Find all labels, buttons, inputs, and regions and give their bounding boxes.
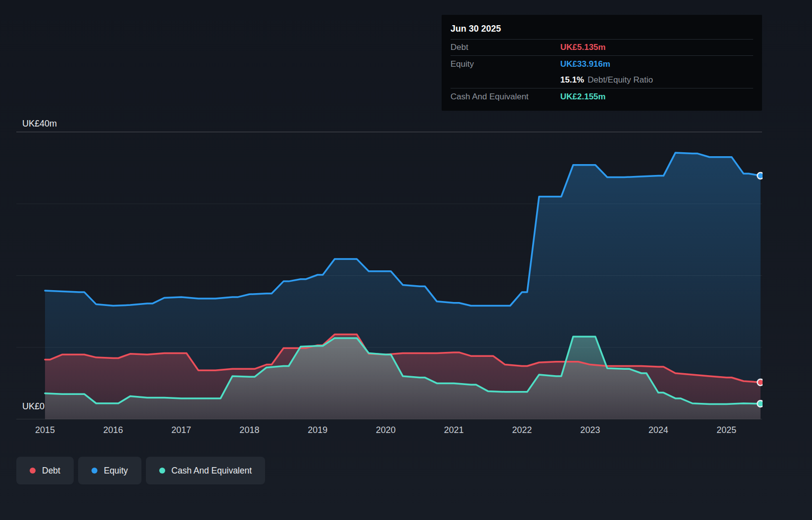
- x-tick-2015: 2015: [35, 425, 55, 435]
- tooltip-row-cash: Cash And Equivalent UK£2.155m: [451, 88, 753, 105]
- tooltip-cash-label: Cash And Equivalent: [451, 92, 560, 102]
- tooltip-ratio-label: Debt/Equity Ratio: [587, 75, 653, 85]
- x-tick-2017: 2017: [172, 425, 191, 435]
- debt-legend-dot: [30, 468, 36, 474]
- legend-item-equity[interactable]: Equity: [78, 457, 141, 484]
- tooltip-ratio-value: 15.1%: [560, 75, 584, 85]
- legend-debt-label: Debt: [42, 466, 60, 476]
- tooltip-date: Jun 30 2025: [451, 20, 753, 40]
- tooltip-row-equity: Equity UK£33.916m: [451, 56, 753, 72]
- tooltip-row-debt: Debt UK£5.135m: [451, 40, 753, 56]
- x-tick-2022: 2022: [512, 425, 532, 435]
- x-tick-2018: 2018: [239, 425, 259, 435]
- tooltip-equity-label: Equity: [451, 59, 560, 69]
- tooltip-cash-value: UK£2.155m: [560, 92, 606, 102]
- x-axis: 2015201620172018201920202021202220232024…: [0, 425, 812, 438]
- equity-end-marker[interactable]: [757, 173, 764, 179]
- x-tick-2024: 2024: [648, 425, 668, 435]
- cash-and-equivalent-end-marker[interactable]: [757, 400, 764, 407]
- tooltip-equity-value: UK£33.916m: [560, 59, 610, 69]
- x-tick-2025: 2025: [717, 425, 736, 435]
- cash-legend-dot: [159, 468, 165, 474]
- legend-cash-label: Cash And Equivalent: [172, 466, 252, 476]
- legend-equity-label: Equity: [104, 466, 128, 476]
- debt-end-marker[interactable]: [757, 379, 764, 386]
- tooltip-row-ratio: 15.1% Debt/Equity Ratio: [451, 72, 753, 88]
- y-axis-label-top: UK£40m: [22, 119, 57, 129]
- legend-item-debt[interactable]: Debt: [16, 457, 74, 484]
- legend: Debt Equity Cash And Equivalent: [16, 457, 265, 484]
- x-tick-2021: 2021: [444, 425, 464, 435]
- x-tick-2023: 2023: [580, 425, 600, 435]
- tooltip-debt-value: UK£5.135m: [560, 43, 606, 52]
- x-tick-2016: 2016: [103, 425, 123, 435]
- tooltip-debt-label: Debt: [451, 43, 560, 52]
- equity-legend-dot: [91, 468, 97, 474]
- y-axis-label-bottom: UK£0: [22, 401, 45, 412]
- x-tick-2019: 2019: [308, 425, 327, 435]
- legend-item-cash[interactable]: Cash And Equivalent: [146, 457, 265, 484]
- chart-tooltip: Jun 30 2025 Debt UK£5.135m Equity UK£33.…: [442, 15, 762, 111]
- x-tick-2020: 2020: [376, 425, 396, 435]
